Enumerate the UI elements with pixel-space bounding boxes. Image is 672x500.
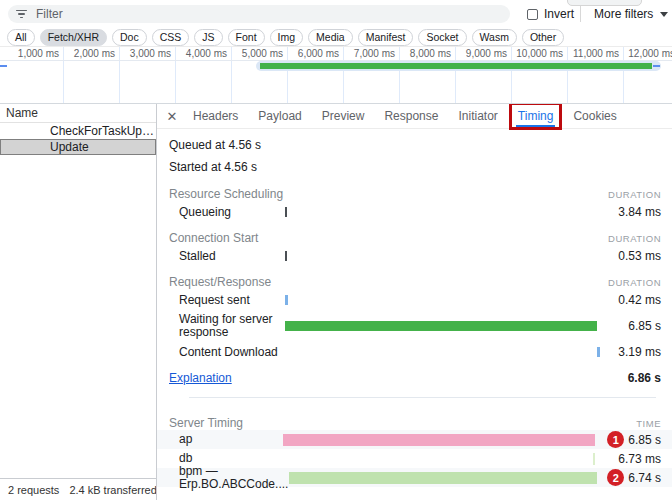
name-column-header[interactable]: Name [0, 104, 156, 123]
ruler-tick: 10,000 ms [503, 48, 563, 59]
total-duration: 6.86 s [628, 371, 661, 385]
tab-payload[interactable]: Payload [252, 105, 307, 127]
timing-bar [285, 295, 288, 305]
section-title: Resource Scheduling [169, 187, 283, 201]
ruler-tick: 12,000 ms [615, 48, 672, 59]
section-title: Request/Response [169, 275, 271, 289]
filter-chip-img[interactable]: Img [270, 29, 304, 46]
timeline-overview[interactable]: 1,000 ms 2,000 ms 3,000 ms 4,000 ms 5,00… [0, 46, 672, 104]
more-filters-button[interactable]: More filters [594, 5, 668, 23]
timing-tab-content: Queued at 4.56 s Started at 4.56 s Resou… [157, 129, 672, 500]
invert-label: Invert [544, 7, 574, 21]
server-bar-ap [283, 434, 595, 446]
annotation-badge-1: 1 [607, 431, 624, 448]
explanation-link[interactable]: Explanation [169, 371, 232, 385]
section-title: Server Timing [169, 416, 243, 430]
server-metric-value: 6.85 s [628, 433, 661, 447]
timing-bar [285, 207, 287, 217]
ruler-tick: 9,000 ms [447, 48, 507, 59]
waiting-green-bar [285, 321, 597, 331]
server-bar-canvas [281, 469, 599, 487]
filter-chip-socket[interactable]: Socket [418, 29, 466, 46]
requests-empty-area [0, 155, 156, 478]
section-request-response: Request/Response DURATION [157, 275, 672, 289]
ruler-tick: 1,000 ms [0, 48, 59, 59]
section-divider [189, 397, 656, 398]
timing-row-stalled: Stalled 0.53 ms [157, 245, 672, 267]
timing-value: 3.84 ms [618, 205, 661, 219]
server-bar-bpm [289, 472, 597, 484]
time-column-label: TIME [636, 418, 661, 429]
ruler-tick: 3,000 ms [111, 48, 171, 59]
network-main-area: Name CheckForTaskUpdatesKeepIdle... Upda… [0, 103, 672, 500]
filter-chip-fetch-xhr[interactable]: Fetch/XHR [40, 29, 107, 46]
request-row-checkfortaskupdates[interactable]: CheckForTaskUpdatesKeepIdle... [0, 123, 156, 139]
filter-chip-other[interactable]: Other [522, 29, 564, 46]
timing-bar [597, 347, 600, 357]
server-metric-value: 6.74 s [628, 471, 661, 485]
duration-column-label: DURATION [608, 189, 661, 200]
ruler-tick: 6,000 ms [279, 48, 339, 59]
network-toolbar: Invert More filters [0, 0, 672, 28]
tab-timing[interactable]: Timing [512, 105, 560, 127]
section-resource-scheduling: Resource Scheduling DURATION [157, 187, 672, 201]
toolbar-separator [580, 6, 581, 22]
timing-bar-canvas [281, 293, 599, 307]
overview-request-bar-small[interactable] [0, 65, 7, 68]
ruler-tick: 8,000 ms [391, 48, 451, 59]
filter-chip-doc[interactable]: Doc [112, 29, 147, 46]
timing-label: Waiting for server response [169, 313, 281, 339]
section-connection-start: Connection Start DURATION [157, 231, 672, 245]
chevron-down-icon [660, 12, 668, 17]
ruler-tick: 5,000 ms [223, 48, 283, 59]
filter-chip-all[interactable]: All [7, 29, 35, 46]
server-bar-db [593, 453, 595, 465]
started-at-text: Started at 4.56 s [157, 160, 672, 175]
server-metric-label: bpm — Erp.BO.ABCCode.... [169, 465, 281, 491]
timing-row-queueing: Queueing 3.84 ms [157, 201, 672, 223]
timing-label: Stalled [169, 250, 281, 263]
timing-value: 0.42 ms [618, 293, 661, 307]
filter-chip-font[interactable]: Font [228, 29, 265, 46]
request-type-filters: All Fetch/XHR Doc CSS JS Font Img Media … [0, 28, 672, 46]
duration-column-label: DURATION [608, 233, 661, 244]
overview-request-bar-selected[interactable] [260, 63, 652, 69]
tab-initiator[interactable]: Initiator [452, 105, 503, 127]
ruler-tick: 7,000 ms [335, 48, 395, 59]
filter-chip-js[interactable]: JS [194, 29, 222, 46]
timing-row-content-download: Content Download 3.19 ms [157, 341, 672, 363]
devtools-network-panel: Invert More filters All Fetch/XHR Doc CS… [0, 0, 672, 500]
queued-at-text: Queued at 4.56 s [157, 138, 672, 153]
filter-chip-wasm[interactable]: Wasm [472, 29, 517, 46]
request-row-update[interactable]: Update [0, 139, 156, 155]
annotation-badge-2: 2 [607, 469, 624, 486]
ruler-tick: 4,000 ms [167, 48, 227, 59]
timing-label: Queueing [169, 206, 281, 219]
filter-input-box[interactable] [8, 5, 510, 23]
timing-value: 6.85 s [628, 319, 661, 333]
filter-input[interactable] [34, 6, 502, 22]
timing-bar [285, 251, 287, 261]
invert-checkbox[interactable] [527, 9, 538, 20]
detail-tabs-bar: ✕ Headers Payload Preview Response Initi… [157, 104, 672, 129]
overview-request-bar-end [653, 65, 660, 68]
duration-column-label: DURATION [608, 277, 661, 288]
filter-icon [16, 10, 27, 19]
close-icon[interactable]: ✕ [165, 109, 179, 124]
filter-chip-manifest[interactable]: Manifest [358, 29, 414, 46]
timing-label: Content Download [169, 346, 281, 359]
section-title: Connection Start [169, 231, 258, 245]
server-bar-canvas [281, 431, 599, 449]
tab-headers[interactable]: Headers [187, 105, 244, 127]
invert-control[interactable]: Invert [527, 5, 574, 23]
server-timing-row-ap: ap 1 6.85 s [157, 430, 672, 449]
tab-response[interactable]: Response [378, 105, 444, 127]
tab-cookies[interactable]: Cookies [567, 105, 622, 127]
server-metric-value: 6.73 ms [618, 452, 661, 466]
filter-chip-css[interactable]: CSS [152, 29, 190, 46]
tab-preview[interactable]: Preview [316, 105, 371, 127]
timing-bar-canvas [281, 205, 599, 219]
timing-row-waiting: Waiting for server response 6.85 s [157, 311, 672, 341]
filter-chip-media[interactable]: Media [308, 29, 353, 46]
summary-request-count: 2 requests [8, 484, 59, 496]
